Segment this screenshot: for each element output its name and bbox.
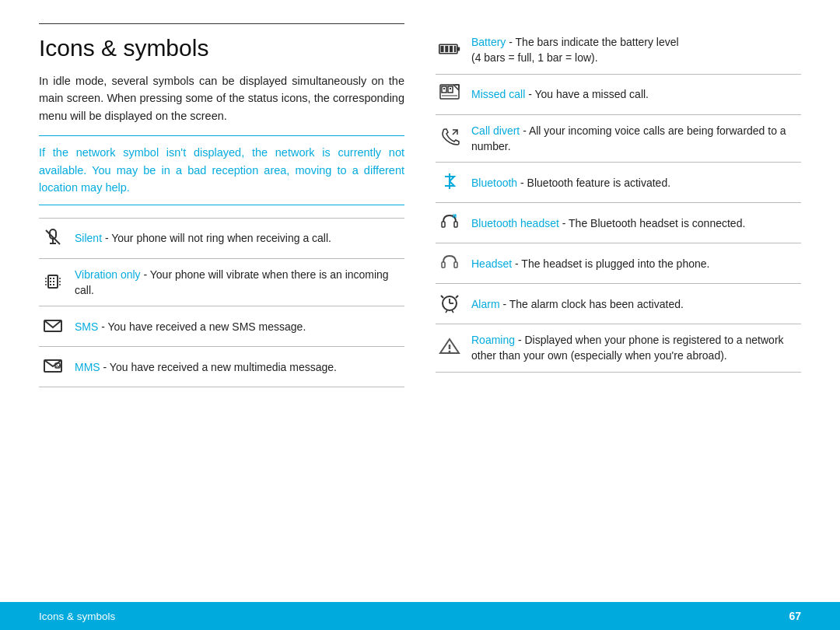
svg-rect-5 bbox=[50, 278, 51, 279]
bt-headset-icon-cell bbox=[436, 203, 468, 243]
roaming-term: Roaming bbox=[471, 334, 515, 346]
headset-desc: Headset - The headset is plugged into th… bbox=[468, 243, 801, 284]
page: Icons & symbols In idle mode, several sy… bbox=[0, 0, 840, 630]
battery-icon-cell bbox=[436, 26, 468, 74]
silent-icon-cell bbox=[39, 218, 72, 258]
vibrate-icon-cell bbox=[39, 258, 72, 306]
svg-rect-24 bbox=[445, 46, 448, 52]
table-row: Vibration only - Your phone will vibrate… bbox=[39, 258, 404, 306]
table-row: Battery - The bars indicate the battery … bbox=[436, 26, 801, 74]
svg-rect-25 bbox=[450, 46, 453, 52]
sms-text: - You have received a new SMS message. bbox=[98, 320, 306, 333]
svg-rect-37 bbox=[454, 222, 457, 227]
bt-headset-text: - The Bluetooth headset is connected. bbox=[559, 217, 745, 229]
silent-term: Silent bbox=[75, 232, 102, 244]
right-column: Battery - The bars indicate the battery … bbox=[436, 23, 801, 586]
left-icon-table: Silent - Your phone will not ring when r… bbox=[39, 218, 404, 388]
alarm-desc: Alarm - The alarm clock has been activat… bbox=[468, 284, 801, 324]
bluetooth-icon-cell bbox=[436, 163, 468, 203]
svg-rect-6 bbox=[53, 278, 54, 279]
table-row: Alarm - The alarm clock has been activat… bbox=[436, 284, 801, 324]
table-row: Bluetooth headset - The Bluetooth headse… bbox=[436, 203, 801, 243]
bluetooth-desc: Bluetooth - Bluetooth feature is activat… bbox=[468, 163, 801, 203]
headset-text: - The headset is plugged into the phone. bbox=[512, 257, 709, 270]
svg-rect-39 bbox=[442, 262, 445, 268]
bluetooth-term: Bluetooth bbox=[471, 177, 517, 189]
table-row: Roaming - Displayed when your phone is r… bbox=[436, 324, 801, 373]
svg-line-45 bbox=[456, 296, 458, 298]
headset-icon-cell bbox=[436, 243, 468, 284]
svg-line-46 bbox=[446, 310, 447, 313]
table-row: Bluetooth - Bluetooth feature is activat… bbox=[436, 163, 801, 203]
bt-headset-icon bbox=[439, 211, 460, 233]
svg-rect-10 bbox=[53, 284, 54, 285]
table-row: Call divert - All your incoming voice ca… bbox=[436, 114, 801, 163]
battery-term: Battery bbox=[471, 36, 506, 48]
bt-headset-desc: Bluetooth headset - The Bluetooth headse… bbox=[468, 203, 801, 243]
silent-text: - Your phone will not ring when receivin… bbox=[102, 232, 331, 244]
silent-desc: Silent - Your phone will not ring when r… bbox=[72, 218, 404, 258]
vibrate-term: Vibration only bbox=[75, 268, 141, 281]
sms-term: SMS bbox=[75, 320, 98, 333]
mms-text: - You have received a new multimedia mes… bbox=[100, 361, 337, 373]
page-number: 67 bbox=[789, 610, 801, 622]
svg-point-20 bbox=[56, 365, 58, 366]
content-area: Icons & symbols In idle mode, several sy… bbox=[0, 0, 840, 602]
alarm-icon bbox=[439, 292, 460, 313]
missed-call-icon bbox=[439, 82, 460, 104]
vibrate-icon bbox=[42, 271, 64, 292]
call-divert-term: Call divert bbox=[471, 124, 520, 137]
right-icon-table: Battery - The bars indicate the battery … bbox=[436, 26, 801, 373]
call-divert-icon-cell bbox=[436, 114, 468, 163]
roaming-icon-cell bbox=[436, 324, 468, 373]
svg-rect-31 bbox=[443, 88, 445, 89]
headset-icon bbox=[439, 251, 460, 273]
battery-desc: Battery - The bars indicate the battery … bbox=[468, 26, 801, 74]
svg-rect-36 bbox=[442, 222, 445, 227]
svg-line-44 bbox=[441, 296, 443, 298]
mms-icon-cell bbox=[39, 347, 72, 387]
headset-term: Headset bbox=[471, 257, 512, 270]
alarm-text: - The alarm clock has been activated. bbox=[500, 298, 684, 310]
bluetooth-text: - Bluetooth feature is activated. bbox=[517, 177, 670, 189]
svg-rect-8 bbox=[53, 281, 54, 282]
bt-headset-term: Bluetooth headset bbox=[471, 217, 559, 229]
sms-desc: SMS - You have received a new SMS messag… bbox=[72, 306, 404, 347]
battery-icon bbox=[439, 38, 460, 60]
svg-rect-40 bbox=[454, 262, 457, 268]
table-row: Silent - Your phone will not ring when r… bbox=[39, 218, 404, 258]
svg-line-47 bbox=[452, 310, 453, 313]
svg-rect-7 bbox=[50, 281, 51, 282]
table-row: SMS - You have received a new SMS messag… bbox=[39, 306, 404, 347]
intro-text: In idle mode, several symbols can be dis… bbox=[39, 72, 404, 124]
footer-label: Icons & symbols bbox=[39, 611, 115, 622]
alarm-term: Alarm bbox=[471, 298, 500, 310]
svg-point-50 bbox=[449, 350, 451, 352]
svg-rect-23 bbox=[440, 46, 443, 52]
missed-call-desc: Missed call - You have a missed call. bbox=[468, 74, 801, 114]
vibrate-desc: Vibration only - Your phone will vibrate… bbox=[72, 258, 404, 306]
svg-rect-26 bbox=[454, 46, 456, 52]
missed-call-term: Missed call bbox=[471, 88, 525, 100]
top-divider bbox=[39, 23, 404, 24]
call-divert-desc: Call divert - All your incoming voice ca… bbox=[468, 114, 801, 163]
table-row: Headset - The headset is plugged into th… bbox=[436, 243, 801, 284]
network-note: If the network symbol isn't displayed, t… bbox=[39, 135, 404, 205]
sms-icon-cell bbox=[39, 306, 72, 347]
table-row: Missed call - You have a missed call. bbox=[436, 74, 801, 114]
roaming-desc: Roaming - Displayed when your phone is r… bbox=[468, 324, 801, 373]
missed-call-icon-cell bbox=[436, 74, 468, 114]
silent-icon bbox=[42, 226, 64, 248]
missed-call-text: - You have a missed call. bbox=[525, 88, 649, 100]
left-column: Icons & symbols In idle mode, several sy… bbox=[39, 23, 404, 586]
svg-line-34 bbox=[453, 130, 457, 135]
bluetooth-icon bbox=[439, 170, 460, 192]
alarm-icon-cell bbox=[436, 284, 468, 324]
table-row: MMS - You have received a new multimedia… bbox=[39, 347, 404, 387]
roaming-text: - Displayed when your phone is registere… bbox=[471, 334, 784, 362]
sms-icon bbox=[42, 314, 64, 336]
call-divert-icon bbox=[439, 126, 460, 148]
mms-icon bbox=[42, 355, 64, 376]
svg-rect-22 bbox=[457, 47, 460, 51]
highlight-text: If the network symbol isn't displayed, t… bbox=[39, 144, 404, 196]
